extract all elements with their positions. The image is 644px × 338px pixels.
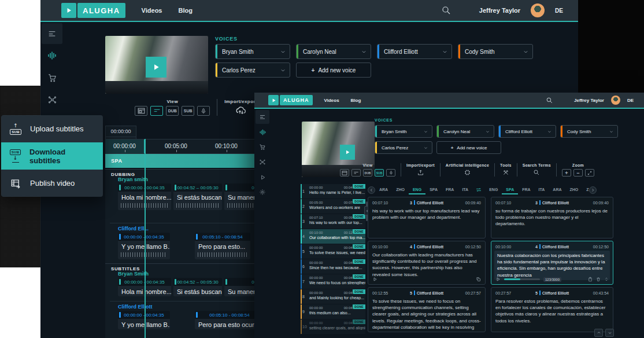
upload-icon[interactable] [417,169,424,176]
list-item-selected[interactable]: 4DONE00:10:0000:12:50Our collaboration w… [301,229,365,244]
voice-dropdown-clifford[interactable]: Clifford Elliott [377,44,452,59]
mixer-icon[interactable] [42,23,62,44]
cart-icon[interactable] [256,140,269,154]
gear-icon[interactable] [256,185,269,199]
tab-spa[interactable]: SPA [425,185,442,194]
cloud-sync-icon[interactable] [235,106,247,115]
list-item[interactable]: 6DONE00:00:0000:04:50Since then he was b… [301,259,365,274]
alugha-logo[interactable]: ALUGHA [268,95,313,105]
tab-ara-2[interactable]: ARA [549,185,565,194]
search-terms-icon[interactable] [533,169,540,176]
dub-cue[interactable]: 00:04:52 – 00:05:30 Si estás buscan... [173,183,222,210]
tab-clipped[interactable]: Z [582,185,589,194]
card-text[interactable]: his way to work with our top manufacture… [368,207,485,222]
tabs-scroll-left[interactable] [368,186,375,194]
pager-down-button[interactable] [605,329,614,337]
audio-progress-bar[interactable] [504,278,540,280]
list-item[interactable]: 2DONE00:05:0000:07:10Workers and co-work… [301,199,365,214]
tab-ita[interactable]: ITA [458,185,472,194]
list-item[interactable]: 3DONE00:07:1000:09:40his way to work wit… [301,214,365,229]
voice-dropdown-carlos[interactable]: Carlos Perez [215,63,290,78]
copy-icon[interactable] [476,277,481,282]
clipboard-icon[interactable] [588,277,593,282]
nav-videos[interactable]: Videos [324,98,339,103]
subtitle-card-spa-5[interactable]: 00:27:575Clifford Elliott00:43:54 Para r… [491,287,613,332]
waveform-icon[interactable] [256,125,269,139]
playhead[interactable] [145,139,146,338]
video-thumbnail[interactable] [105,36,208,94]
list-item[interactable]: 7DONE00:00:0000:04:50We need to focus on… [301,274,365,289]
tab-fra-2[interactable]: FRA [518,185,534,194]
voice-dropdown-bryan[interactable]: Bryan Smith [375,125,432,138]
list-item[interactable]: 10DONE00:00:0000:04:50setting clearer go… [301,319,365,334]
add-new-voice-button[interactable]: +Add new voice [296,63,371,78]
alugha-logo[interactable]: ALUGHA [61,3,125,18]
voice-dropdown-carlos[interactable]: Carlos Perez [375,141,432,154]
nav-blog[interactable]: Blog [351,98,361,103]
network-icon[interactable] [42,89,62,110]
waveform-icon[interactable] [42,45,62,66]
dub-view-button[interactable]: DUB [166,106,179,116]
subtitle-card-spa-3[interactable]: 00:07:103Clifford Elliott00:09:40 su for… [491,197,613,238]
tab-ara[interactable]: ARA [375,185,392,194]
nav-blog[interactable]: Blog [178,7,192,14]
subtitle-card-spa-4-selected[interactable]: 00:10:004Clifford Elliott00:12:50 Nuestr… [491,241,613,285]
layout-view-button[interactable] [340,169,349,177]
sub-view-button[interactable]: SUB [375,169,384,177]
tab-eng-active[interactable]: ENG [409,185,425,194]
current-time[interactable]: 00:00:00 [105,126,136,137]
video-play-button[interactable] [340,145,355,160]
nav-videos[interactable]: Videos [142,7,162,14]
card-text[interactable]: To solve these issues, we need to focus … [368,297,485,332]
tab-ita-2[interactable]: ITA [535,185,549,194]
pager-up-button[interactable] [594,329,603,337]
user-avatar[interactable] [531,3,545,17]
list-item[interactable]: 8DONE00:00:0000:04:50and Mainly looking … [301,289,365,304]
language-selector[interactable]: DE [627,98,634,103]
play-cue-icon[interactable] [495,277,501,282]
search-icon[interactable] [441,5,451,16]
layout-view-button[interactable] [135,106,147,116]
user-name[interactable]: Jeffrey Taylor [574,98,604,103]
video-play-button[interactable] [146,57,166,78]
mixer-icon[interactable] [256,110,269,124]
tools-icon[interactable] [502,169,509,176]
card-text[interactable]: Para resolver estos problemas, debemos c… [491,297,613,325]
search-icon[interactable] [546,97,553,104]
zoom-out-button[interactable]: − [573,169,583,177]
voice-dropdown-carolyn[interactable]: Carolyn Neal [436,125,494,138]
subtitle-card-eng-3[interactable]: 00:07:103Clifford Elliott00:09:40 his wa… [368,197,486,238]
ai-chip-icon[interactable] [464,169,471,176]
sort-icon[interactable] [604,277,609,282]
voice-dropdown-cody[interactable]: Cody Smith [560,125,618,138]
tabs-scroll-right[interactable] [589,186,597,194]
timeline-view-button[interactable] [150,106,163,116]
tab-zho-2[interactable]: ZHO [566,185,583,194]
user-avatar[interactable] [611,95,620,105]
cart-icon[interactable] [42,67,62,88]
menu-item-publish-video[interactable]: Publish video [1,170,103,197]
voice-dropdown-bryan[interactable]: Bryan Smith [215,44,290,59]
tab-eng-2[interactable]: ENG [485,185,502,194]
sub-cue[interactable]: 00:00:00 - 00:04:35 Y yo me llamo B... [118,311,170,329]
zoom-in-button[interactable]: + [562,169,571,177]
subtitle-card-eng-5[interactable]: 00:12:555Clifford Elliott00:27:57 To sol… [368,287,486,332]
dub-cue[interactable]: 00:05:10 - 00:08:54 Pero para esto... [195,233,250,259]
card-text[interactable]: su forma de trabajar con nuestros produc… [491,207,613,229]
tab-fra[interactable]: FRA [442,185,458,194]
timeline-view-button[interactable] [351,169,361,177]
play-section-icon[interactable] [256,170,269,184]
tab-zho[interactable]: ZHO [392,185,409,194]
list-item[interactable]: 9DONE00:00:0000:04:50this medium can als… [301,304,365,319]
dub-view-button[interactable]: DUB [363,169,372,177]
sub-cue[interactable]: 00:04:52 – 00:05:30 Si estás buscan... [173,278,222,296]
swap-languages-icon[interactable] [475,187,482,193]
add-new-voice-button[interactable]: +Add new voice [436,141,501,154]
voice-dropdown-clifford[interactable]: Clifford Elliott [498,125,556,138]
user-name[interactable]: Jeffrey Taylor [479,7,520,14]
sub-view-button[interactable]: SUB [182,106,194,116]
voice-dropdown-cody[interactable]: Cody Smith [458,44,533,59]
card-text-editing[interactable]: Nuestra colaboración con los principales… [494,251,610,280]
mic-view-button[interactable] [386,169,395,177]
tab-spa-active[interactable]: SPA [502,185,518,194]
